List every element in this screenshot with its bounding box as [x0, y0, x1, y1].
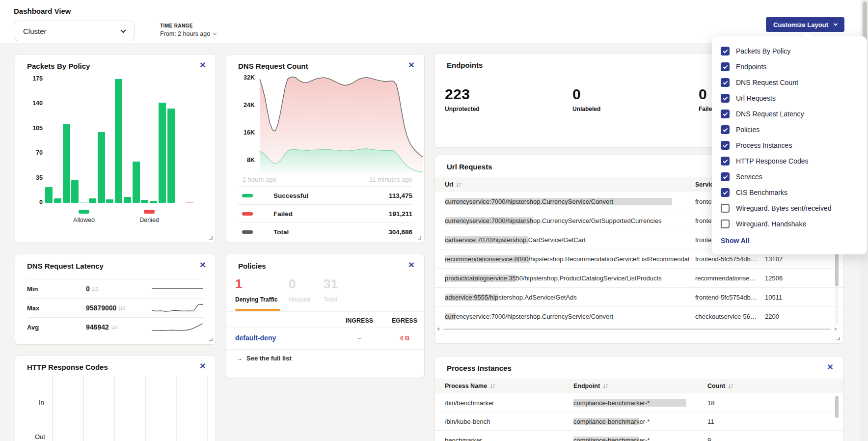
latency-row-avg: Avg946942µs	[27, 317, 204, 336]
show-all-link[interactable]: Show All	[721, 237, 858, 245]
scroll-left-icon[interactable]	[437, 327, 439, 331]
time-range-from[interactable]: From: 2 hours ago	[160, 30, 216, 37]
url-cell: recommendationservice:8080/hipstershop.R…	[445, 249, 689, 269]
highlighted-text: compliance-benchmark	[573, 418, 639, 425]
customize-layout-menu: Packets By PolicyEndpointsDNS Request Co…	[712, 36, 867, 254]
legend-swatch	[242, 194, 253, 197]
checkbox-checked-icon[interactable]	[721, 62, 730, 71]
close-icon[interactable]: ×	[200, 259, 206, 270]
active-tab-underline	[235, 309, 280, 311]
y-tick-label: 0	[22, 199, 43, 206]
url-table-row[interactable]: adservice:9555/hipstershop.AdService/Get…	[435, 288, 843, 307]
count-cell: 2200	[765, 307, 804, 326]
resize-handle[interactable]	[209, 338, 213, 341]
resize-handle[interactable]	[209, 236, 213, 240]
service-cell: checkoutservice-56…	[695, 307, 760, 326]
menu-item-http-response-codes[interactable]: HTTP Response Codes	[721, 153, 858, 169]
close-icon[interactable]: ×	[408, 59, 414, 70]
menu-item-label: HTTP Response Codes	[736, 157, 809, 165]
process-table-body: /bin/benchmarkercompliance-benchmarker-*…	[435, 393, 843, 441]
legend-swatch	[242, 230, 253, 234]
checkbox-checked-icon[interactable]	[721, 172, 730, 181]
x-axis-label-right: 11 minutes ago	[369, 176, 412, 183]
y-tick-label: 105	[22, 125, 43, 132]
scroll-right-icon[interactable]	[835, 327, 837, 331]
menu-item-dns-request-count[interactable]: DNS Request Count	[721, 75, 858, 90]
checkbox-unchecked-icon[interactable]	[721, 204, 730, 213]
menu-item-wireguard-bytes-sent-received[interactable]: Wireguard. Bytes sent/received	[721, 200, 858, 216]
sort-icon[interactable]	[456, 182, 461, 188]
column-header-count[interactable]: Count	[707, 383, 733, 389]
bar-allowed	[54, 198, 61, 203]
checkbox-checked-icon[interactable]	[721, 78, 730, 87]
menu-item-label: Wireguard. Bytes sent/received	[736, 204, 832, 212]
y-tick-label: 8K	[234, 157, 255, 164]
close-icon[interactable]: ×	[408, 259, 414, 270]
customize-layout-button[interactable]: Customize Layout	[766, 17, 844, 32]
policy-name-link[interactable]: default-deny	[235, 334, 276, 342]
menu-item-dns-request-latency[interactable]: DNS Request Latency	[721, 106, 858, 122]
url-table-row[interactable]: currencyservice:7000/hipstershop.Currenc…	[435, 307, 843, 326]
checkbox-checked-icon[interactable]	[721, 157, 730, 165]
process-table-row[interactable]: benchmarkercompliance-benchmarker-*9	[435, 431, 843, 441]
see-full-list-link[interactable]: → See the full list	[236, 355, 292, 362]
checkbox-checked-icon[interactable]	[721, 141, 730, 150]
process-table-row[interactable]: /bin/benchmarkercompliance-benchmarker-*…	[435, 393, 843, 412]
resize-handle[interactable]	[837, 337, 840, 340]
close-icon[interactable]: ×	[200, 360, 206, 371]
highlighted-text: currencyservice:7000/hipstersh	[445, 217, 533, 224]
menu-item-label: DNS Request Count	[736, 79, 798, 86]
menu-item-services[interactable]: Services	[721, 169, 858, 185]
menu-item-policies[interactable]: Policies	[721, 122, 858, 138]
arrow-right-icon: →	[236, 355, 243, 362]
horizontal-scrollbar[interactable]	[437, 327, 837, 331]
bar-allowed	[159, 103, 166, 203]
page-title: Dashboard View	[14, 7, 71, 15]
bar-allowed	[141, 200, 148, 203]
y-tick-label: 16K	[234, 129, 255, 136]
column-header-endpoint[interactable]: Endpoint	[573, 383, 608, 389]
menu-item-cis-benchmarks[interactable]: CIS Benchmarks	[721, 185, 858, 200]
bar-allowed	[71, 180, 79, 203]
menu-item-wireguard-handshake[interactable]: Wireguard. Handshake	[721, 216, 858, 232]
sort-icon[interactable]	[728, 384, 733, 389]
checkbox-unchecked-icon[interactable]	[721, 220, 730, 228]
view-selector[interactable]: Cluster	[14, 21, 135, 41]
highlighted-text: adservice:9555/hip	[445, 294, 498, 301]
checkbox-checked-icon[interactable]	[721, 125, 730, 134]
latency-value: 0	[86, 285, 90, 293]
column-header-process-name[interactable]: Process Name	[445, 383, 495, 389]
sort-icon[interactable]	[603, 384, 608, 389]
sparkline	[151, 303, 204, 313]
horizontal-scrollbar-thumb[interactable]	[443, 329, 831, 330]
column-header-url[interactable]: Url	[445, 181, 461, 188]
check-icon	[723, 111, 728, 116]
resize-handle[interactable]	[418, 236, 421, 240]
checkbox-checked-icon[interactable]	[721, 188, 730, 197]
url-table-row[interactable]: productcatalogservice:3550/hipstershop.P…	[435, 269, 843, 288]
time-range[interactable]: TIME RANGE From: 2 hours ago	[160, 23, 216, 37]
menu-item-label: Policies	[736, 126, 760, 134]
policy-row-default-deny: default-deny – 4 B	[226, 328, 424, 349]
menu-item-packets-by-policy[interactable]: Packets By Policy	[721, 43, 858, 59]
latency-label: Avg	[27, 324, 86, 331]
checkbox-checked-icon[interactable]	[721, 47, 730, 55]
menu-item-label: Packets By Policy	[736, 47, 790, 55]
checkbox-checked-icon[interactable]	[721, 110, 730, 118]
policies-stat-unused[interactable]: 0 Unused	[289, 276, 310, 303]
menu-item-process-instances[interactable]: Process Instances	[721, 138, 858, 153]
policies-stat-denying[interactable]: 1 Denying Traffic	[235, 276, 278, 303]
card-title: HTTP Response Codes	[27, 363, 108, 371]
sort-icon[interactable]	[490, 384, 495, 389]
process-table-row[interactable]: /bin/kube-benchcompliance-benchmarker-*1…	[435, 412, 843, 431]
close-icon[interactable]: ×	[827, 361, 833, 372]
y-tick-label: 140	[22, 100, 43, 107]
vertical-scrollbar-thumb[interactable]	[835, 396, 839, 418]
dns-area-chart	[259, 69, 424, 173]
highlighted-text: recommendationservice:8080/	[445, 255, 530, 263]
menu-item-url-requests[interactable]: Url Requests	[721, 90, 858, 106]
policies-stat-total[interactable]: 31 Total	[324, 276, 338, 303]
checkbox-checked-icon[interactable]	[721, 94, 730, 103]
menu-item-endpoints[interactable]: Endpoints	[721, 59, 858, 75]
process-name-cell: /bin/kube-bench	[445, 412, 568, 431]
